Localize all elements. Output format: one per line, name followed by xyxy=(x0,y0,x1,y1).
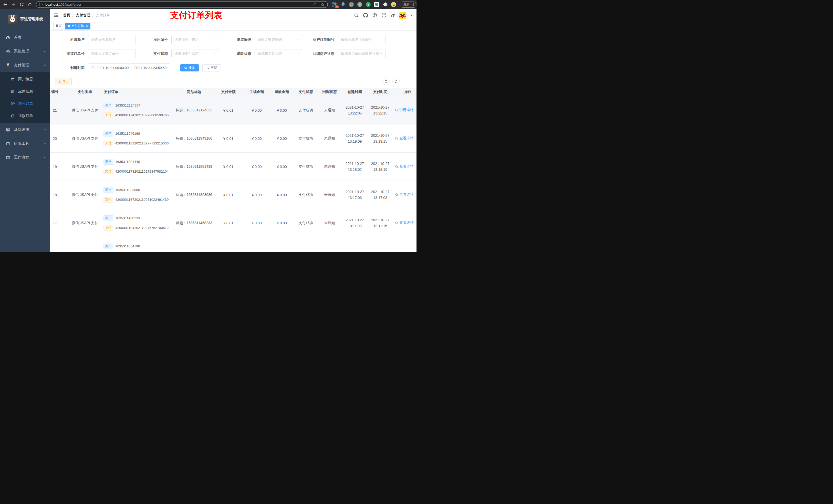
browser-home-icon[interactable] xyxy=(27,2,32,7)
browser-menu-dots-icon[interactable]: ⋮ xyxy=(412,3,415,6)
merchant-tag: 商户 xyxy=(103,131,113,137)
briefcase-icon xyxy=(6,141,10,146)
search-button[interactable]: 搜索 xyxy=(180,64,199,71)
sidebar-item-dev-tools[interactable]: 研发工具 xyxy=(0,137,50,150)
share-icon[interactable] xyxy=(313,3,317,7)
cell-pay-time: 2021-10-2713:11:15 xyxy=(368,217,393,229)
channel-order-no-input[interactable]: 请输入渠道订单号 xyxy=(88,49,136,58)
profile-avatar-icon[interactable] xyxy=(391,2,396,7)
cell-amount: ¥ 0.01 xyxy=(213,221,244,225)
toggle-search-button[interactable] xyxy=(382,78,390,85)
help-icon[interactable] xyxy=(372,13,377,18)
table-row: 19 微信 JSAPI 支付 商户1635311881440 支付4200001… xyxy=(50,153,416,181)
sidebar-item-infrastructure[interactable]: 基础设施 xyxy=(0,123,50,137)
pay-status-select[interactable]: 请选择支付状态 xyxy=(171,49,219,58)
avatar-caret-icon[interactable] xyxy=(410,15,412,17)
header-search-icon[interactable] xyxy=(354,13,359,18)
sidebar-item-merchant-info[interactable]: 商户信息 xyxy=(0,73,50,85)
extensions-puzzle-icon[interactable] xyxy=(383,2,388,7)
create-time-range-picker[interactable]: 2021-10-01 00:00:00 - 2021-10-31 23:59:5… xyxy=(88,63,170,72)
table-row: 20 微信 JSAPI 支付 商户1635311949168 支付4200001… xyxy=(50,124,416,153)
cell-amount: ¥ 0.01 xyxy=(213,108,244,113)
tab-pay-order[interactable]: 支付订单 × xyxy=(65,23,90,29)
view-detail-link[interactable]: 查看详情 xyxy=(395,164,414,169)
merchant-order-no-input[interactable]: 请输入商户订单编号 xyxy=(338,35,385,44)
app-select[interactable]: 请选择应用信息 xyxy=(171,35,219,44)
screen: localhost:1024/pay/order 10 ⌘ y 更新 ⋮ xyxy=(0,0,416,252)
reset-button[interactable]: 重置 xyxy=(203,64,221,71)
export-button[interactable]: 导出 xyxy=(55,78,72,85)
merchant-tag: 商户 xyxy=(103,159,113,165)
recorder-extension-icon[interactable] xyxy=(357,2,362,7)
view-detail-link[interactable]: 查看详情 xyxy=(395,192,414,197)
chat-extension-icon[interactable] xyxy=(374,2,379,7)
breadcrumb-home[interactable]: 首页 xyxy=(63,13,70,18)
sidebar-logo: 芋道管理系统 xyxy=(0,9,50,29)
sidebar-item-pay-order[interactable]: 支付订单 xyxy=(0,97,50,110)
refund-status-select[interactable]: 请选择退款状态 xyxy=(255,49,302,58)
logo-rabbit-image xyxy=(8,15,17,24)
cell-status: 支付成功 xyxy=(294,108,317,113)
address-bar[interactable]: localhost:1024/pay/order xyxy=(36,1,328,8)
sidebar-toggle-icon[interactable] xyxy=(53,13,59,18)
sidebar-item-app-info[interactable]: 应用信息 xyxy=(0,85,50,97)
cell-channel: 微信 JSAPI 支付 xyxy=(66,221,103,225)
active-tab-dot-icon xyxy=(68,25,70,27)
view-detail-link[interactable]: 查看详情 xyxy=(395,108,414,113)
command-extension-icon[interactable]: ⌘ xyxy=(349,2,354,7)
view-detail-link[interactable]: 查看详情 xyxy=(395,136,414,141)
cell-id: 19 xyxy=(50,165,66,169)
clock-icon xyxy=(91,66,95,70)
cell-id: 20 xyxy=(50,137,66,141)
sidebar-item-label: 研发工具 xyxy=(14,141,29,146)
tab-close-icon[interactable]: × xyxy=(86,24,88,28)
bookmark-star-icon[interactable] xyxy=(321,3,325,7)
sidebar-item-payment[interactable]: ¥ 支付管理 xyxy=(0,58,50,72)
table-row-partial: 商户1635311054796 xyxy=(50,237,416,252)
browser-toolbar: localhost:1024/pay/order 10 ⌘ y 更新 ⋮ xyxy=(0,0,416,9)
fullscreen-icon[interactable] xyxy=(381,13,386,18)
y-extension-icon[interactable]: y xyxy=(366,2,371,7)
sidebar-item-workflow[interactable]: 工作流程 xyxy=(0,150,50,164)
chevron-down-icon xyxy=(379,52,382,55)
merchant-select[interactable]: 请选择所属商户 xyxy=(88,35,136,44)
orders-table: 编号 支付渠道 支付订单 商品标题 支付金额 手续金额 退款金额 支付状态 回调… xyxy=(50,88,416,252)
font-size-icon[interactable]: TT xyxy=(390,14,395,18)
pay-tag: 支付 xyxy=(103,169,113,174)
tab-home[interactable]: 首页 xyxy=(53,23,64,29)
view-detail-link[interactable]: 查看详情 xyxy=(395,220,414,225)
user-avatar[interactable] xyxy=(399,12,406,19)
breadcrumb: 首页 / 支付管理 / 支付订单 xyxy=(63,13,110,18)
payment-submenu: 商户信息 应用信息 支付订单 退款订单 xyxy=(0,72,50,123)
breadcrumb-payment[interactable]: 支付管理 xyxy=(76,13,90,18)
refresh-table-button[interactable] xyxy=(392,78,400,85)
browser-forward-icon[interactable] xyxy=(11,2,16,7)
cell-title: 标题：1635312124656 xyxy=(175,108,213,113)
sidebar-item-home[interactable]: 首页 xyxy=(0,30,50,44)
chevron-down-icon xyxy=(43,156,46,159)
sketch-extension-icon[interactable]: 10 xyxy=(332,2,337,7)
browser-update-button[interactable]: 更新 ⋮ xyxy=(400,2,416,8)
site-info-icon[interactable] xyxy=(39,3,43,7)
grid-icon xyxy=(10,89,15,94)
cell-notify: 未通知 xyxy=(317,108,342,113)
cell-fee: ¥ 0.00 xyxy=(244,193,269,197)
filter-label-create-time: 创建时间 xyxy=(59,66,88,70)
channel-code-select[interactable]: 请输入渠道编码 xyxy=(255,35,302,44)
notify-status-select[interactable]: 请选择订单回调商户状态 xyxy=(338,49,385,58)
cell-title: 标题：1635311949168 xyxy=(175,136,213,141)
filter-label-channel-code: 渠道编码 xyxy=(225,38,255,42)
browser-reload-icon[interactable] xyxy=(19,2,24,7)
breadcrumb-current: 支付订单 xyxy=(96,13,110,18)
cell-order-numbers: 商户1635311881440 支付4200001173202110272847… xyxy=(103,159,175,174)
browser-back-icon[interactable] xyxy=(3,2,8,7)
cell-amount: ¥ 0.01 xyxy=(213,165,244,169)
cell-notify: 未通知 xyxy=(317,164,342,169)
pin-extension-icon[interactable] xyxy=(340,2,346,7)
pay-tag: 支付 xyxy=(103,225,113,231)
cell-channel: 微信 JSAPI 支付 xyxy=(66,164,103,169)
github-icon[interactable] xyxy=(363,13,368,18)
sidebar-item-system[interactable]: 系统管理 xyxy=(0,44,50,58)
filter-label-channel-order-no: 渠道订单号 xyxy=(59,51,88,56)
sidebar-item-refund-order[interactable]: 退款订单 xyxy=(0,110,50,122)
